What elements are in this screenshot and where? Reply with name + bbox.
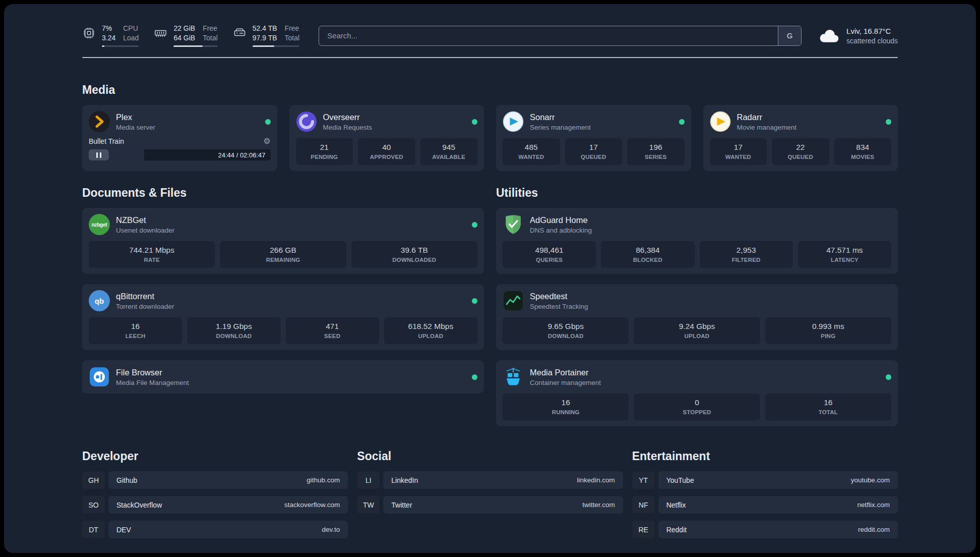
stat-label: BLOCKED	[603, 257, 692, 263]
stat-box: 945 AVAILABLE	[420, 138, 478, 165]
stat-label: RATE	[91, 257, 213, 263]
stat-label: LATENCY	[800, 257, 889, 263]
service-link-radarr[interactable]: Radarr Movie management	[710, 111, 892, 132]
bookmark-group-developer: Developer GH Github github.com SO StackO…	[82, 426, 348, 538]
bookmark-abbr: GH	[82, 471, 105, 489]
bookmark-url: dev.to	[322, 526, 340, 533]
disk-widget: 52.4 TB 97.9 TB Free Total	[233, 24, 299, 47]
service-link-adguard[interactable]: AdGuard Home DNS and adblocking	[503, 214, 891, 235]
status-dot	[679, 119, 685, 125]
service-description: Movie management	[737, 124, 797, 131]
bookmark-item-dev[interactable]: DT DEV dev.to	[82, 521, 348, 538]
media-card-grid: Plex Media server Bullet Train ⚙ 24:44 /…	[82, 105, 898, 171]
service-link-speedtest[interactable]: Speedtest Speedtest Tracking	[503, 290, 891, 311]
service-link-nzbget[interactable]: nzbget NZBGet Usenet downloader	[89, 214, 477, 235]
service-card-adguard: AdGuard Home DNS and adblocking 498,461 …	[496, 208, 898, 274]
stat-value: 16	[91, 322, 180, 331]
stat-value: 471	[288, 322, 377, 331]
service-name: Speedtest	[530, 292, 588, 301]
stat-box: 17 WANTED	[710, 138, 767, 165]
weather-widget: Lviv, 16.87°C scattered clouds	[818, 27, 898, 45]
topbar-divider	[82, 57, 898, 58]
documents-column: Documents & Files nzbget NZBGet Usenet d…	[82, 186, 484, 394]
search-input[interactable]	[319, 31, 778, 40]
memory-free-value: 22 GiB	[173, 24, 195, 33]
bookmark-url: stackoverflow.com	[284, 501, 340, 509]
stat-box: 9.65 Gbps DOWNLOAD	[503, 317, 629, 344]
bookmark-item-youtube[interactable]: YT YouTube youtube.com	[632, 471, 898, 489]
service-card-overseerr: Overseerr Media Requests 21 PENDING 40 A…	[289, 105, 484, 171]
stat-value: 945	[422, 143, 476, 152]
service-link-portainer[interactable]: Media Portainer Container management	[503, 366, 891, 387]
nzbget-icon: nzbget	[89, 214, 110, 235]
stat-box: 498,461 QUERIES	[503, 241, 596, 268]
stat-box: 0.993 ms PING	[765, 317, 891, 344]
stat-box: 9.24 Gbps UPLOAD	[634, 317, 760, 344]
stat-label: QUEUED	[774, 154, 827, 160]
service-description: Media server	[116, 124, 155, 131]
stat-box: 21 PENDING	[296, 138, 353, 165]
stat-label: UPLOAD	[636, 333, 758, 339]
bookmark-item-twitter[interactable]: TW Twitter twitter.com	[357, 496, 623, 514]
search-bar[interactable]: G	[319, 26, 802, 46]
service-link-sonarr[interactable]: Sonarr Series management	[503, 111, 685, 132]
stat-box: 266 GB REMAINING	[220, 241, 346, 268]
bookmark-item-linkedin[interactable]: LI LinkedIn linkedin.com	[357, 471, 623, 489]
bookmark-item-github[interactable]: GH Github github.com	[82, 471, 348, 489]
bookmark-abbr: LI	[357, 471, 380, 489]
overseerr-icon	[296, 111, 317, 132]
service-description: Media Requests	[323, 124, 373, 131]
bookmark-item-netflix[interactable]: NF Netflix netflix.com	[632, 496, 898, 514]
bookmark-abbr: TW	[357, 496, 380, 514]
bookmark-item-stackoverflow[interactable]: SO StackOverflow stackoverflow.com	[82, 496, 348, 514]
stat-box: 744.21 Mbps RATE	[89, 241, 215, 268]
bookmark-url: twitter.com	[582, 501, 615, 509]
dashboard-content: 7% 3.24 CPU Load	[82, 4, 898, 538]
search-provider-button[interactable]: G	[778, 26, 801, 45]
cpu-load-label: Load	[123, 34, 139, 42]
stat-value: 86,384	[603, 246, 692, 255]
bookmark-item-reddit[interactable]: RE Reddit reddit.com	[632, 521, 898, 538]
dashboard-page: 7% 3.24 CPU Load	[4, 4, 976, 553]
memory-usage-bar	[173, 45, 217, 47]
service-card-filebrowser: File Browser Media File Management	[82, 360, 484, 394]
memory-widget: 22 GiB 64 GiB Free Total	[154, 24, 217, 47]
stat-value: 9.24 Gbps	[636, 322, 758, 331]
service-card-nzbget: nzbget NZBGet Usenet downloader 744.21 M…	[82, 208, 484, 274]
section-title-entertainment: Entertainment	[632, 450, 898, 463]
memory-icon	[154, 26, 167, 40]
service-description: Torrent downloader	[116, 303, 174, 310]
service-link-plex[interactable]: Plex Media server	[89, 111, 271, 132]
disk-icon	[233, 26, 247, 40]
cpu-readout: 7% 3.24 CPU Load	[102, 24, 139, 47]
stat-box: 618.52 Mbps UPLOAD	[384, 317, 477, 344]
adguard-icon	[503, 214, 524, 235]
stat-box: 471 SEED	[286, 317, 379, 344]
status-dot	[472, 222, 477, 228]
gear-icon[interactable]: ⚙	[263, 137, 270, 145]
sonarr-icon	[503, 111, 524, 132]
stat-box: 86,384 BLOCKED	[601, 241, 694, 268]
plex-now-playing-widget: Bullet Train ⚙ 24:44 / 02:06:47	[89, 137, 271, 160]
bookmark-pill: YouTube youtube.com	[658, 471, 898, 489]
portainer-stats: 16 RUNNING 0 STOPPED 16 TOTAL	[503, 394, 891, 420]
stat-value: 0	[636, 398, 758, 407]
stat-box: 17 QUEUED	[565, 138, 623, 165]
pause-button[interactable]	[89, 149, 109, 160]
stat-value: 618.52 Mbps	[386, 322, 475, 331]
service-link-overseerr[interactable]: Overseerr Media Requests	[296, 111, 478, 132]
bookmark-url: reddit.com	[858, 526, 890, 533]
service-link-filebrowser[interactable]: File Browser Media File Management	[89, 366, 477, 387]
service-description: Container management	[530, 379, 601, 386]
stat-label: SERIES	[629, 154, 683, 160]
disk-free-value: 52.4 TB	[253, 24, 277, 33]
service-link-qbittorrent[interactable]: qb qBittorrent Torrent downloader	[89, 290, 477, 311]
stat-label: FILTERED	[702, 257, 791, 263]
bookmark-abbr: SO	[82, 496, 105, 514]
bookmark-group-social: Social LI LinkedIn linkedin.com TW Twitt…	[357, 426, 623, 538]
bookmark-abbr: DT	[82, 521, 105, 538]
bookmark-pill: Reddit reddit.com	[658, 521, 898, 538]
portainer-icon	[503, 366, 524, 387]
stat-label: DOWNLOAD	[505, 333, 627, 339]
status-dot	[886, 119, 891, 125]
